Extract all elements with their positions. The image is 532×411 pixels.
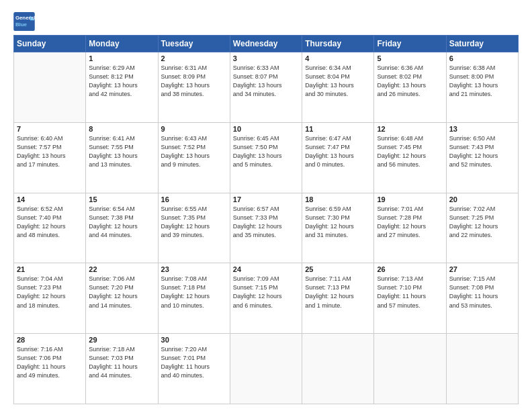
day-number: 30 <box>161 336 227 344</box>
week-row: 7Sunrise: 6:40 AMSunset: 7:57 PMDaylight… <box>14 122 519 193</box>
day-number: 28 <box>17 336 83 344</box>
calendar-cell: 17Sunrise: 6:57 AMSunset: 7:33 PMDayligh… <box>230 193 302 263</box>
day-info: Sunrise: 7:01 AMSunset: 7:28 PMDaylight:… <box>377 205 443 240</box>
calendar-cell <box>230 334 302 404</box>
day-number: 21 <box>17 265 83 273</box>
calendar-cell <box>446 334 518 404</box>
calendar-cell: 10Sunrise: 6:45 AMSunset: 7:50 PMDayligh… <box>230 122 302 193</box>
day-number: 10 <box>233 125 299 133</box>
day-number: 6 <box>449 54 515 62</box>
calendar-cell: 13Sunrise: 6:50 AMSunset: 7:43 PMDayligh… <box>446 122 518 193</box>
day-info: Sunrise: 6:59 AMSunset: 7:30 PMDaylight:… <box>305 205 371 240</box>
day-info: Sunrise: 7:15 AMSunset: 7:08 PMDaylight:… <box>449 275 515 310</box>
weekday-header: Monday <box>86 36 158 52</box>
day-number: 1 <box>89 54 154 62</box>
day-info: Sunrise: 6:34 AMSunset: 8:04 PMDaylight:… <box>305 64 371 99</box>
day-number: 5 <box>377 54 443 62</box>
day-number: 29 <box>89 336 154 344</box>
day-number: 16 <box>161 195 227 203</box>
day-info: Sunrise: 7:08 AMSunset: 7:18 PMDaylight:… <box>161 275 227 310</box>
day-number: 18 <box>305 195 371 203</box>
day-number: 8 <box>89 125 154 133</box>
calendar-cell: 3Sunrise: 6:33 AMSunset: 8:07 PMDaylight… <box>230 52 302 123</box>
day-info: Sunrise: 6:48 AMSunset: 7:45 PMDaylight:… <box>377 134 443 169</box>
logo-icon: General Blue <box>13 12 35 31</box>
calendar-cell: 25Sunrise: 7:11 AMSunset: 7:13 PMDayligh… <box>302 263 374 334</box>
day-info: Sunrise: 6:55 AMSunset: 7:35 PMDaylight:… <box>161 205 227 240</box>
day-info: Sunrise: 6:29 AMSunset: 8:12 PMDaylight:… <box>89 64 154 99</box>
day-info: Sunrise: 6:41 AMSunset: 7:55 PMDaylight:… <box>89 134 154 169</box>
day-number: 25 <box>305 265 371 273</box>
calendar-cell: 16Sunrise: 6:55 AMSunset: 7:35 PMDayligh… <box>158 193 230 263</box>
calendar-cell: 6Sunrise: 6:38 AMSunset: 8:00 PMDaylight… <box>446 52 518 123</box>
week-row: 21Sunrise: 7:04 AMSunset: 7:23 PMDayligh… <box>14 263 519 334</box>
day-number: 20 <box>449 195 515 203</box>
day-number: 26 <box>377 265 443 273</box>
weekday-header: Saturday <box>446 36 518 52</box>
week-row: 28Sunrise: 7:16 AMSunset: 7:06 PMDayligh… <box>14 334 519 404</box>
day-info: Sunrise: 6:31 AMSunset: 8:09 PMDaylight:… <box>161 64 227 99</box>
day-info: Sunrise: 6:54 AMSunset: 7:38 PMDaylight:… <box>89 205 154 240</box>
calendar-cell: 27Sunrise: 7:15 AMSunset: 7:08 PMDayligh… <box>446 263 518 334</box>
calendar-cell: 9Sunrise: 6:43 AMSunset: 7:52 PMDaylight… <box>158 122 230 193</box>
day-info: Sunrise: 7:18 AMSunset: 7:03 PMDaylight:… <box>89 345 154 380</box>
calendar-cell: 8Sunrise: 6:41 AMSunset: 7:55 PMDaylight… <box>86 122 158 193</box>
day-number: 9 <box>161 125 227 133</box>
day-number: 14 <box>17 195 83 203</box>
day-info: Sunrise: 6:36 AMSunset: 8:02 PMDaylight:… <box>377 64 443 99</box>
day-info: Sunrise: 6:43 AMSunset: 7:52 PMDaylight:… <box>161 134 227 169</box>
calendar-cell: 1Sunrise: 6:29 AMSunset: 8:12 PMDaylight… <box>86 52 158 123</box>
day-number: 24 <box>233 265 299 273</box>
day-number: 27 <box>449 265 515 273</box>
calendar-cell: 15Sunrise: 6:54 AMSunset: 7:38 PMDayligh… <box>86 193 158 263</box>
calendar-cell: 4Sunrise: 6:34 AMSunset: 8:04 PMDaylight… <box>302 52 374 123</box>
calendar-cell: 14Sunrise: 6:52 AMSunset: 7:40 PMDayligh… <box>14 193 86 263</box>
day-number: 23 <box>161 265 227 273</box>
weekday-header-row: SundayMondayTuesdayWednesdayThursdayFrid… <box>14 36 519 52</box>
day-info: Sunrise: 6:33 AMSunset: 8:07 PMDaylight:… <box>233 64 299 99</box>
day-number: 11 <box>305 125 371 133</box>
day-info: Sunrise: 6:38 AMSunset: 8:00 PMDaylight:… <box>449 64 515 99</box>
calendar-cell: 24Sunrise: 7:09 AMSunset: 7:15 PMDayligh… <box>230 263 302 334</box>
calendar-cell: 30Sunrise: 7:20 AMSunset: 7:01 PMDayligh… <box>158 334 230 404</box>
calendar-cell: 21Sunrise: 7:04 AMSunset: 7:23 PMDayligh… <box>14 263 86 334</box>
calendar-cell: 19Sunrise: 7:01 AMSunset: 7:28 PMDayligh… <box>374 193 446 263</box>
weekday-header: Sunday <box>14 36 86 52</box>
day-info: Sunrise: 6:52 AMSunset: 7:40 PMDaylight:… <box>17 205 83 240</box>
day-info: Sunrise: 7:16 AMSunset: 7:06 PMDaylight:… <box>17 345 83 380</box>
weekday-header: Thursday <box>302 36 374 52</box>
day-number: 22 <box>89 265 154 273</box>
weekday-header: Friday <box>374 36 446 52</box>
day-number: 13 <box>449 125 515 133</box>
calendar-cell: 23Sunrise: 7:08 AMSunset: 7:18 PMDayligh… <box>158 263 230 334</box>
day-number: 2 <box>161 54 227 62</box>
svg-text:Blue: Blue <box>15 21 28 28</box>
day-info: Sunrise: 7:02 AMSunset: 7:25 PMDaylight:… <box>449 205 515 240</box>
calendar-cell <box>302 334 374 404</box>
calendar-cell: 20Sunrise: 7:02 AMSunset: 7:25 PMDayligh… <box>446 193 518 263</box>
logo: General Blue <box>13 12 35 31</box>
day-info: Sunrise: 6:45 AMSunset: 7:50 PMDaylight:… <box>233 134 299 169</box>
day-info: Sunrise: 6:40 AMSunset: 7:57 PMDaylight:… <box>17 134 83 169</box>
day-number: 4 <box>305 54 371 62</box>
day-number: 17 <box>233 195 299 203</box>
weekday-header: Wednesday <box>230 36 302 52</box>
week-row: 14Sunrise: 6:52 AMSunset: 7:40 PMDayligh… <box>14 193 519 263</box>
calendar-cell <box>14 52 86 123</box>
calendar-cell: 11Sunrise: 6:47 AMSunset: 7:47 PMDayligh… <box>302 122 374 193</box>
day-info: Sunrise: 7:06 AMSunset: 7:20 PMDaylight:… <box>89 275 154 310</box>
calendar-cell: 5Sunrise: 6:36 AMSunset: 8:02 PMDaylight… <box>374 52 446 123</box>
day-info: Sunrise: 7:09 AMSunset: 7:15 PMDaylight:… <box>233 275 299 310</box>
day-number: 7 <box>17 125 83 133</box>
weekday-header: Tuesday <box>158 36 230 52</box>
calendar-cell: 18Sunrise: 6:59 AMSunset: 7:30 PMDayligh… <box>302 193 374 263</box>
day-info: Sunrise: 7:04 AMSunset: 7:23 PMDaylight:… <box>17 275 83 310</box>
calendar-cell: 22Sunrise: 7:06 AMSunset: 7:20 PMDayligh… <box>86 263 158 334</box>
calendar-cell: 2Sunrise: 6:31 AMSunset: 8:09 PMDaylight… <box>158 52 230 123</box>
calendar-cell <box>374 334 446 404</box>
calendar-cell: 12Sunrise: 6:48 AMSunset: 7:45 PMDayligh… <box>374 122 446 193</box>
day-info: Sunrise: 7:13 AMSunset: 7:10 PMDaylight:… <box>377 275 443 310</box>
day-info: Sunrise: 6:47 AMSunset: 7:47 PMDaylight:… <box>305 134 371 169</box>
calendar-cell: 26Sunrise: 7:13 AMSunset: 7:10 PMDayligh… <box>374 263 446 334</box>
calendar-cell: 7Sunrise: 6:40 AMSunset: 7:57 PMDaylight… <box>14 122 86 193</box>
